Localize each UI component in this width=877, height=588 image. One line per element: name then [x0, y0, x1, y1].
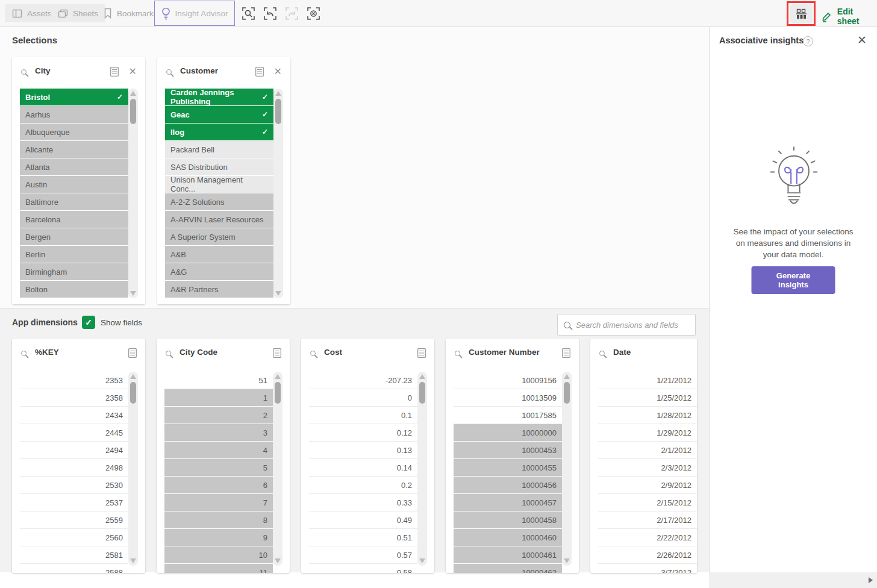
list-item[interactable]: Barcelona: [20, 211, 128, 228]
list-item[interactable]: 2358: [20, 389, 128, 407]
list-item[interactable]: Baltimore: [20, 193, 128, 210]
list-item[interactable]: 5: [164, 459, 273, 476]
list-item[interactable]: 0.14: [309, 459, 417, 477]
list-item[interactable]: 10000458: [454, 511, 562, 528]
list-item[interactable]: Packard Bell: [165, 141, 273, 158]
list-item[interactable]: Atlanta: [20, 158, 128, 175]
show-fields-checkbox[interactable]: ✓: [82, 316, 95, 329]
list-item[interactable]: A&G: [165, 263, 273, 280]
help-icon[interactable]: ?: [803, 36, 813, 46]
vertical-scrollbar[interactable]: [273, 89, 283, 298]
vertical-scrollbar[interactable]: [562, 372, 572, 566]
search-icon[interactable]: [166, 69, 172, 75]
smart-search-button[interactable]: [241, 6, 256, 21]
vertical-scrollbar[interactable]: [128, 372, 138, 566]
list-item[interactable]: A Superior System: [165, 228, 273, 245]
list-item[interactable]: 3: [164, 424, 273, 441]
list-item[interactable]: 10: [164, 546, 273, 563]
list-item[interactable]: 3/7/2012: [598, 564, 697, 573]
list-item[interactable]: 10009156: [454, 372, 562, 389]
list-item[interactable]: 0.58: [309, 564, 417, 573]
list-item[interactable]: 10000453: [454, 442, 562, 458]
list-item[interactable]: Bristol✓: [20, 89, 128, 105]
scrollbar-thumb[interactable]: [130, 382, 136, 404]
scroll-down-arrow[interactable]: [564, 558, 570, 563]
list-item[interactable]: 2588: [20, 564, 128, 573]
list-item[interactable]: Alicante: [20, 141, 128, 158]
list-item[interactable]: 1/25/2012: [598, 389, 697, 407]
scrollbar-thumb[interactable]: [275, 382, 281, 404]
step-forward-button[interactable]: [284, 6, 299, 21]
search-icon[interactable]: [21, 69, 27, 75]
search-icon[interactable]: [21, 351, 27, 356]
list-item[interactable]: A&R Partners: [165, 281, 273, 298]
listbox-menu-icon[interactable]: [417, 348, 426, 358]
list-item[interactable]: 10000460: [454, 529, 562, 546]
listbox-menu-icon[interactable]: [110, 67, 119, 77]
scroll-up-arrow[interactable]: [130, 91, 136, 96]
list-item[interactable]: 2/3/2012: [598, 459, 697, 477]
list-item[interactable]: 2/9/2012: [598, 477, 697, 494]
list-item[interactable]: 1/21/2012: [598, 372, 697, 389]
list-item[interactable]: 2445: [20, 424, 128, 442]
list-item[interactable]: Unison Management Conc...: [165, 176, 273, 193]
list-item[interactable]: 10000457: [454, 494, 562, 511]
search-icon[interactable]: [166, 351, 171, 356]
list-item[interactable]: Aarhus: [20, 106, 128, 123]
list-item[interactable]: Bergen: [20, 228, 128, 245]
list-item[interactable]: 7: [164, 494, 273, 511]
scroll-up-arrow[interactable]: [275, 91, 281, 96]
close-icon[interactable]: ✕: [274, 66, 282, 77]
listbox-menu-icon[interactable]: [255, 67, 264, 77]
list-item[interactable]: Austin: [20, 176, 128, 193]
listbox-menu-icon[interactable]: [128, 348, 137, 358]
scroll-down-arrow[interactable]: [275, 291, 281, 296]
list-item[interactable]: 0: [309, 389, 417, 407]
list-item[interactable]: 0.1: [309, 407, 417, 424]
list-item[interactable]: 2353: [20, 372, 128, 389]
list-item[interactable]: 10017585: [454, 407, 562, 424]
scrollbar-thumb[interactable]: [130, 99, 136, 124]
list-item[interactable]: 1/29/2012: [598, 424, 697, 442]
list-item[interactable]: Berlin: [20, 246, 128, 263]
scrollbar-thumb[interactable]: [419, 382, 425, 404]
scroll-down-arrow[interactable]: [275, 558, 281, 563]
list-item[interactable]: 10013509: [454, 389, 562, 407]
generate-insights-button[interactable]: Generate insights: [752, 266, 835, 294]
listbox-menu-icon[interactable]: [273, 348, 281, 358]
close-icon[interactable]: ✕: [857, 33, 867, 47]
list-item[interactable]: 2494: [20, 442, 128, 459]
list-item[interactable]: 2/26/2012: [598, 546, 697, 564]
list-item[interactable]: 2/1/2012: [598, 442, 697, 459]
list-item[interactable]: 2: [164, 407, 273, 424]
scroll-up-arrow[interactable]: [130, 374, 136, 379]
list-item[interactable]: 1/28/2012: [598, 407, 697, 424]
list-item[interactable]: 2/17/2012: [598, 511, 697, 529]
search-icon[interactable]: [599, 351, 605, 356]
list-item[interactable]: 9: [164, 529, 273, 546]
list-item[interactable]: 2498: [20, 459, 128, 477]
list-item[interactable]: 0.33: [309, 494, 417, 511]
list-item[interactable]: A-2-Z Solutions: [165, 193, 273, 210]
list-item[interactable]: 4: [164, 442, 273, 458]
scroll-up-arrow[interactable]: [419, 374, 425, 379]
list-item[interactable]: 8: [164, 511, 273, 528]
list-item[interactable]: 10000462: [454, 564, 562, 573]
list-item[interactable]: 10000461: [454, 546, 562, 563]
edit-sheet-button[interactable]: Edit sheet: [821, 7, 877, 26]
toggle-charts-button[interactable]: [790, 4, 813, 23]
search-icon[interactable]: [310, 351, 316, 356]
list-item[interactable]: Albuquerque: [20, 124, 128, 140]
list-item[interactable]: 6: [164, 477, 273, 493]
list-item[interactable]: 2560: [20, 529, 128, 546]
list-item[interactable]: 10000455: [454, 459, 562, 476]
list-item[interactable]: 10000000: [454, 424, 562, 441]
list-item[interactable]: 2434: [20, 407, 128, 424]
dimension-search-input[interactable]: [576, 321, 689, 330]
list-item[interactable]: 10000456: [454, 477, 562, 493]
clear-selections-button[interactable]: [306, 6, 321, 21]
list-item[interactable]: 11: [164, 564, 273, 573]
list-item[interactable]: 0.51: [309, 529, 417, 546]
vertical-scrollbar[interactable]: [128, 89, 138, 298]
list-item[interactable]: 2/22/2012: [598, 529, 697, 546]
